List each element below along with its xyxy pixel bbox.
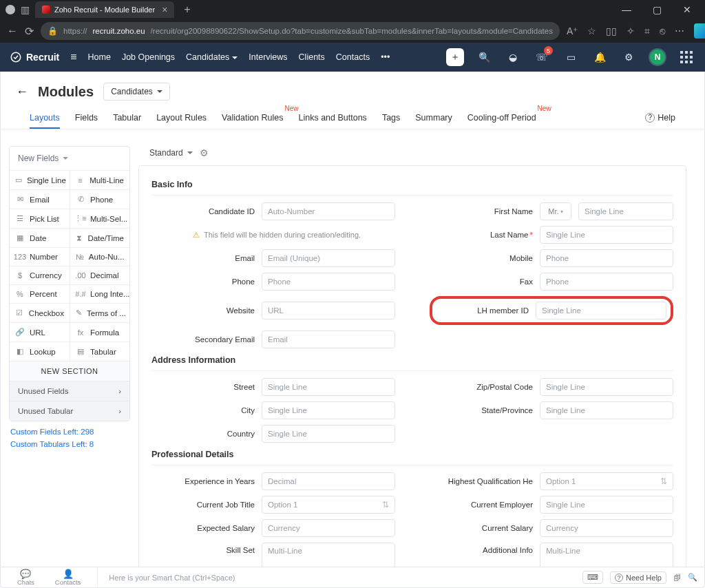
palette-field[interactable]: $Currency	[10, 266, 70, 284]
field-state[interactable]: State/ProvinceSingle Line	[430, 401, 673, 419]
notifications-icon[interactable]: ◒	[504, 48, 522, 66]
palette-field[interactable]: ◧Lookup	[10, 342, 70, 361]
read-aloud-icon[interactable]: A⁺	[567, 25, 578, 36]
search-icon[interactable]: 🔍	[475, 48, 493, 66]
palette-field[interactable]: ≡Multi-Line	[70, 170, 129, 189]
palette-field[interactable]: ▤Tabular	[70, 342, 129, 361]
palette-field[interactable]: ✆Phone	[70, 189, 129, 209]
calls-icon[interactable]: ☏5	[533, 48, 551, 66]
close-tab-icon[interactable]: ×	[162, 4, 167, 15]
nav-candidates[interactable]: Candidates	[186, 52, 238, 62]
palette-field[interactable]: ▦Date	[10, 228, 70, 247]
layout-settings-icon[interactable]: ⚙	[200, 147, 209, 158]
reading-list-icon[interactable]: ▯▯	[606, 25, 617, 36]
palette-field[interactable]: .00Decimal	[70, 266, 129, 284]
form-canvas[interactable]: Basic Info Candidate ID Auto-Number Firs…	[138, 165, 686, 567]
bell-icon[interactable]: 🔔	[591, 48, 609, 66]
nav-interviews[interactable]: Interviews	[249, 52, 287, 62]
clipboard-icon[interactable]: 🗐	[673, 574, 681, 582]
help-link[interactable]: ?Help	[645, 113, 675, 123]
menu-icon[interactable]: ≡	[70, 51, 76, 63]
field-secondary-email[interactable]: Secondary Email Email	[151, 330, 395, 348]
more-icon[interactable]: ⋯	[675, 25, 684, 36]
custom-tabulars-left[interactable]: Custom Tabulars Left: 8	[10, 438, 129, 450]
address-input[interactable]: 🔒 https://recruit.zoho.eu/recruit/org200…	[41, 22, 560, 40]
field-lh-member-id[interactable]: LH member ID Single Line	[430, 296, 673, 325]
field-first-name[interactable]: First Name Mr.▾ Single Line	[430, 202, 673, 220]
field-email[interactable]: Email Email (Unique)	[151, 249, 395, 267]
module-select[interactable]: Candidates	[103, 83, 170, 101]
search-small-icon[interactable]: 🔍	[688, 573, 697, 582]
nav-contacts[interactable]: Contacts	[336, 52, 370, 62]
collections-icon[interactable]: ✧	[627, 25, 635, 36]
palette-field[interactable]: ☑Checkbox	[10, 303, 70, 322]
add-button[interactable]: ＋	[446, 48, 464, 66]
new-tab-button[interactable]: +	[184, 3, 190, 16]
field-candidate-id[interactable]: Candidate ID Auto-Number	[151, 202, 395, 220]
field-highest-qual[interactable]: Highest Qualification HeOption 1⇅	[430, 472, 673, 490]
tab-overview-icon[interactable]: ▥	[21, 4, 30, 15]
tab-links-buttons[interactable]: Links and Buttons	[299, 106, 367, 129]
tab-tabular[interactable]: Tabular	[113, 106, 141, 129]
gear-icon[interactable]: ⚙	[620, 48, 638, 66]
field-zip[interactable]: Zip/Postal CodeSingle Line	[430, 378, 673, 396]
contacts-button[interactable]: 👤Contacts	[55, 569, 81, 586]
field-expected-salary[interactable]: Expected SalaryCurrency	[151, 519, 395, 537]
tab-cooling-off[interactable]: Cooling-off PeriodNew	[467, 106, 536, 129]
field-current-title[interactable]: Current Job TitleOption 1⇅	[151, 496, 395, 514]
tab-fields[interactable]: Fields	[75, 106, 98, 129]
calendar-icon[interactable]: ▭	[562, 48, 580, 66]
unused-fields[interactable]: Unused Fields›	[10, 381, 129, 401]
palette-header[interactable]: New Fields	[10, 147, 129, 170]
window-maximize-icon[interactable]: ▢	[644, 4, 669, 15]
sync-icon[interactable]: ⎋	[660, 25, 665, 36]
need-help-button[interactable]: ?Need Help	[610, 571, 666, 584]
field-street[interactable]: StreetSingle Line	[151, 378, 395, 396]
field-mobile[interactable]: Mobile Phone	[430, 249, 673, 267]
palette-field[interactable]: %Percent	[10, 284, 70, 303]
tab-layout-rules[interactable]: Layout Rules	[156, 106, 207, 129]
window-minimize-icon[interactable]: —	[614, 4, 639, 15]
nav-more-icon[interactable]: •••	[381, 52, 390, 62]
field-current-employer[interactable]: Current EmployerSingle Line	[430, 496, 673, 514]
copilot-icon[interactable]	[694, 23, 705, 39]
extensions-icon[interactable]: ⌗	[644, 25, 650, 37]
field-skill-set[interactable]: Skill SetMulti-Line	[151, 543, 395, 567]
favorite-icon[interactable]: ☆	[587, 25, 596, 36]
back-arrow-icon[interactable]: ←	[16, 85, 28, 99]
palette-field[interactable]: ✎Terms of ...	[70, 303, 129, 322]
nav-clients[interactable]: Clients	[299, 52, 325, 62]
field-exp-years[interactable]: Experience in YearsDecimal	[151, 472, 395, 490]
palette-field[interactable]: №Auto-Nu...	[70, 247, 129, 266]
brand[interactable]: Recruit	[10, 51, 59, 63]
nav-home[interactable]: Home	[88, 52, 111, 62]
field-website[interactable]: Website URL	[151, 296, 395, 325]
palette-field[interactable]: ☰Pick List	[10, 209, 70, 228]
tab-layouts[interactable]: Layouts	[30, 106, 60, 129]
profile-icon[interactable]	[6, 5, 15, 14]
field-additional-info[interactable]: Additional InfoMulti-Line	[430, 543, 673, 567]
palette-field[interactable]: fxFormula	[70, 322, 129, 342]
apps-grid-icon[interactable]	[677, 48, 695, 66]
layout-select[interactable]: Standard	[149, 148, 193, 158]
field-country[interactable]: CountrySingle Line	[151, 425, 395, 443]
palette-field[interactable]: ⋮≡Multi-Sel...	[70, 209, 129, 228]
keyboard-icon[interactable]: ⌨	[582, 571, 603, 584]
field-city[interactable]: CitySingle Line	[151, 401, 395, 419]
nav-job-openings[interactable]: Job Openings	[122, 52, 175, 62]
palette-field[interactable]: 🔗URL	[10, 322, 70, 342]
palette-field[interactable]: ✉Email	[10, 189, 70, 209]
unused-tabular[interactable]: Unused Tabular›	[10, 401, 129, 421]
palette-field[interactable]: #.#Long Inte...	[70, 284, 129, 303]
chats-button[interactable]: 💬Chats	[17, 569, 34, 586]
smart-chat-hint[interactable]: Here is your Smart Chat (Ctrl+Space)	[97, 567, 576, 587]
field-last-name[interactable]: Last Name* Single Line	[430, 226, 673, 244]
browser-tab[interactable]: Zoho Recruit - Module Builder ×	[35, 1, 174, 18]
custom-fields-left[interactable]: Custom Fields Left: 298	[10, 426, 129, 438]
field-current-salary[interactable]: Current SalaryCurrency	[430, 519, 673, 537]
avatar[interactable]: N	[649, 48, 666, 66]
field-phone[interactable]: Phone Phone	[151, 273, 395, 291]
refresh-icon[interactable]: ⟳	[25, 25, 34, 38]
back-icon[interactable]: ←	[7, 25, 18, 37]
window-close-icon[interactable]: ✕	[675, 4, 699, 15]
